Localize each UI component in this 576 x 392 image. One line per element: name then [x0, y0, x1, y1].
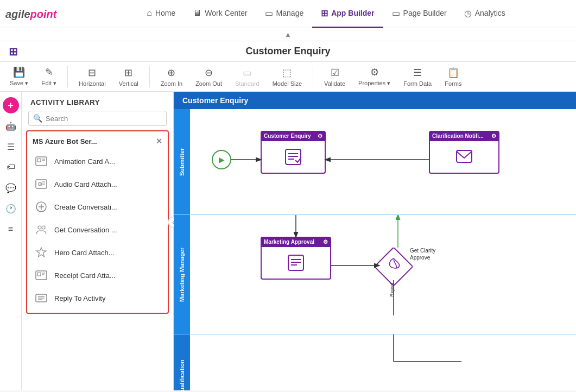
form-data-label: Form Data [403, 80, 432, 87]
toolbar-separator-3 [313, 66, 313, 87]
activity-group-ms-azure: MS Azure Bot Ser... ✕ Animation Card A..… [26, 130, 169, 314]
model-size-icon: ⬚ [282, 67, 292, 79]
toolbar-horizontal[interactable]: ⊟ Horizontal [74, 65, 110, 89]
nav-home[interactable]: ⌂ Home [138, 0, 184, 28]
nav-work-center-label: Work Center [205, 9, 247, 17]
clarification-notif-gear[interactable]: ⚙ [491, 133, 496, 139]
get-conversation-icon [34, 222, 49, 237]
swimlane-label-qualification: Qualification [174, 334, 190, 390]
standard-icon: ▭ [243, 67, 252, 79]
customer-enquiry-title: Customer Enquiry [264, 133, 311, 139]
hero-card-label: Hero Card Attach... [54, 249, 115, 257]
swimlane-marketing: Marketing Manager Marketing Approval ⚙ [174, 215, 576, 334]
zoom-in-icon: ⊕ [167, 67, 175, 79]
analytics-icon: ◷ [464, 8, 472, 18]
svg-point-6 [40, 184, 41, 185]
toolbar-separator-1 [67, 66, 68, 87]
lib-item-create-conversation[interactable]: Create Conversati... [27, 195, 168, 218]
nav-analytics[interactable]: ◷ Analytics [455, 0, 514, 28]
swimlane-content-marketing: Marketing Approval ⚙ [190, 215, 576, 334]
lib-item-get-conversation[interactable]: Get Conversation ... [27, 218, 168, 241]
marketing-approval-node[interactable]: Marketing Approval ⚙ [261, 237, 331, 280]
lib-item-animation-card[interactable]: Animation Card A... [27, 150, 168, 173]
save-label: Save ▾ [10, 80, 28, 87]
create-conversation-icon [34, 199, 49, 214]
nav-app-builder-label: App Builder [331, 9, 374, 17]
toolbar-form-data[interactable]: ☰ Form Data [399, 65, 436, 89]
list-icon-btn[interactable]: ☰ [3, 138, 19, 155]
toolbar-zoom-out[interactable]: ⊖ Zoom Out [191, 65, 226, 89]
animation-card-icon [34, 154, 49, 169]
toolbar-forms[interactable]: 📋 Forms [440, 65, 466, 89]
properties-label: Properties ▾ [358, 80, 390, 87]
audio-card-icon [34, 176, 49, 192]
create-conversation-label: Create Conversati... [54, 203, 117, 211]
clarification-notif-node[interactable]: Clarification Notifi... ⚙ [429, 131, 499, 174]
receipt-card-icon [34, 268, 49, 283]
toolbar-validate[interactable]: ☑ Validate [320, 65, 350, 89]
toolbar-model-size[interactable]: ⬚ Model Size [268, 65, 306, 89]
hero-card-icon [34, 245, 49, 260]
standard-label: Standard [235, 80, 259, 87]
nav-items: ⌂ Home 🖥 Work Center ▭ Manage ⊞ App Buil… [81, 0, 571, 28]
horizontal-icon: ⊟ [88, 67, 96, 79]
lib-item-audio-card[interactable]: Audio Card Attach... [27, 173, 168, 195]
diagram-container: Customer Enquiry Submitter ▶ Customer En… [174, 92, 576, 390]
submitter-arrows [190, 109, 576, 214]
chat-icon-btn[interactable]: 💬 [3, 180, 19, 196]
nav-manage[interactable]: ▭ Manage [256, 0, 313, 28]
toolbar: 💾 Save ▾ ✎ Edit ▾ ⊟ Horizontal ⊞ Vertica… [0, 62, 576, 92]
svg-rect-16 [37, 273, 41, 276]
nav-page-builder[interactable]: ▭ Page Builder [383, 0, 455, 28]
search-icon: 🔍 [33, 114, 42, 123]
clarification-notif-body [429, 141, 499, 174]
toolbar-vertical[interactable]: ⊞ Vertical [115, 65, 143, 89]
tag-icon-btn[interactable]: 🏷 [3, 159, 19, 175]
nav-app-builder[interactable]: ⊞ App Builder [312, 0, 383, 28]
work-center-icon: 🖥 [193, 8, 201, 18]
page-title: Customer Enquiry [245, 46, 330, 57]
lib-item-hero-card[interactable]: Hero Card Attach... [27, 241, 168, 264]
save-icon: 💾 [13, 66, 25, 78]
toolbar-edit[interactable]: ✎ Edit ▾ [37, 64, 61, 89]
group-name: MS Azure Bot Ser... [33, 137, 97, 146]
main-area: + 🤖 ☰ 🏷 💬 🕐 ≡ ACTIVITY LIBRARY 🔍 MS Azur… [0, 92, 576, 390]
marketing-approval-gear[interactable]: ⚙ [323, 239, 328, 245]
reply-to-activity-icon [34, 290, 49, 306]
collapse-bar[interactable]: ▲ [0, 28, 576, 41]
swimlane-content-submitter: ▶ Customer Enquiry ⚙ [190, 109, 576, 214]
receipt-card-label: Receipt Card Atta... [54, 271, 116, 280]
toolbar-save[interactable]: 💾 Save ▾ [5, 64, 33, 89]
search-box[interactable]: 🔍 [28, 111, 167, 126]
customer-enquiry-node[interactable]: Customer Enquiry ⚙ [261, 131, 326, 174]
form-data-icon: ☰ [413, 67, 422, 79]
canvas-area[interactable]: Customer Enquiry Submitter ▶ Customer En… [174, 92, 576, 390]
model-size-label: Model Size [273, 80, 302, 87]
validate-label: Validate [324, 80, 345, 87]
flow-label-reject: Reject [389, 283, 395, 297]
horizontal-label: Horizontal [79, 80, 106, 87]
forms-icon: 📋 [447, 67, 459, 79]
search-input[interactable] [46, 115, 162, 123]
edit-icon: ✎ [45, 66, 53, 78]
toolbar-properties[interactable]: ⚙ Properties ▾ [354, 64, 395, 89]
page-builder-icon: ▭ [392, 8, 400, 18]
diagram-header: Customer Enquiry [174, 92, 576, 109]
edit-label: Edit ▾ [41, 80, 56, 87]
toolbar-zoom-in[interactable]: ⊕ Zoom In [156, 65, 187, 89]
nav-work-center[interactable]: 🖥 Work Center [184, 0, 256, 28]
grid-icon: ⊞ [9, 45, 18, 58]
clock-icon-btn[interactable]: 🕐 [3, 200, 19, 217]
lib-item-receipt-card[interactable]: Receipt Card Atta... [27, 264, 168, 287]
vertical-label: Vertical [119, 80, 138, 87]
lib-item-reply-to-activity[interactable]: Reply To Activity [27, 287, 168, 309]
nav-manage-label: Manage [276, 9, 304, 17]
menu-icon-btn[interactable]: ≡ [3, 221, 19, 237]
add-button[interactable]: + [3, 97, 19, 113]
customer-enquiry-gear[interactable]: ⚙ [318, 133, 322, 139]
nav-page-builder-label: Page Builder [403, 9, 447, 17]
group-header: MS Azure Bot Ser... ✕ [27, 135, 168, 150]
robot-icon-btn[interactable]: 🤖 [3, 118, 19, 134]
svg-marker-14 [36, 248, 46, 257]
group-close-button[interactable]: ✕ [156, 137, 162, 146]
